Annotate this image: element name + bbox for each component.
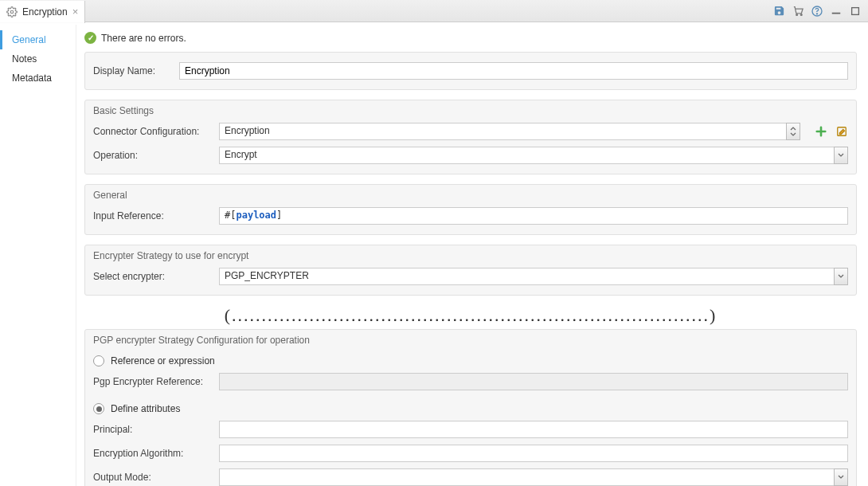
- gear-icon: [6, 6, 18, 18]
- encryption-algorithm-label: Encryption Algorithm:: [93, 448, 213, 459]
- connector-config-label: Connector Configuration:: [93, 126, 213, 137]
- radio-reference-label: Reference or expression: [111, 355, 215, 366]
- save-icon[interactable]: [772, 5, 785, 18]
- operation-select[interactable]: Encrypt: [219, 147, 835, 164]
- sidebar-item-label: Notes: [12, 53, 37, 65]
- section-title: General: [85, 185, 856, 204]
- principal-input[interactable]: [219, 421, 848, 438]
- input-ref-payload: payload: [236, 210, 276, 221]
- sidebar-item-label: Metadata: [12, 73, 52, 84]
- chevron-down-icon[interactable]: [834, 147, 848, 164]
- chevron-down-icon[interactable]: [834, 468, 848, 486]
- svg-point-2: [800, 14, 802, 16]
- sidebar-item-notes[interactable]: Notes: [0, 49, 76, 69]
- help-icon[interactable]: [811, 5, 823, 18]
- main-panel: ✓ There are no errors. Display Name: Bas…: [76, 22, 868, 486]
- output-mode-label: Output Mode:: [93, 472, 213, 483]
- editor-tab[interactable]: Encryption ×: [0, 1, 85, 23]
- operation-label: Operation:: [93, 150, 213, 161]
- sidebar-item-label: General: [12, 34, 46, 45]
- sidebar-item-general[interactable]: General: [0, 30, 76, 49]
- section-basic-settings: Basic Settings Connector Configuration: …: [84, 100, 857, 174]
- check-icon: ✓: [84, 32, 96, 44]
- principal-label: Principal:: [93, 424, 213, 435]
- section-title: Basic Settings: [85, 100, 856, 120]
- input-ref-prefix: #[: [225, 210, 236, 221]
- radio-define-row[interactable]: Define attributes: [93, 400, 848, 417]
- edit-icon[interactable]: [835, 125, 848, 138]
- svg-point-0: [10, 10, 14, 14]
- chevron-updown-icon[interactable]: [786, 123, 800, 140]
- toolbar: [772, 5, 868, 18]
- status-message: There are no errors.: [101, 33, 186, 44]
- radio-icon[interactable]: [93, 355, 104, 366]
- section-pgp-config: PGP encrypter Strategy Configuration for…: [84, 329, 857, 486]
- svg-rect-5: [832, 12, 841, 14]
- add-icon[interactable]: [815, 125, 827, 138]
- ellipsis-divider: (.......................................…: [84, 305, 857, 329]
- status-row: ✓ There are no errors.: [84, 30, 857, 52]
- close-icon[interactable]: ×: [72, 6, 79, 18]
- pgp-encrypter-reference-input: [219, 373, 848, 390]
- sidebar-item-metadata[interactable]: Metadata: [0, 69, 76, 88]
- radio-reference-row[interactable]: Reference or expression: [93, 352, 848, 370]
- svg-point-4: [816, 13, 817, 14]
- select-encrypter-select[interactable]: PGP_ENCRYPTER: [219, 268, 835, 285]
- display-name-input[interactable]: [179, 62, 848, 80]
- maximize-icon[interactable]: [849, 5, 862, 18]
- encryption-algorithm-input[interactable]: [219, 445, 848, 462]
- input-reference-input[interactable]: #[payload]: [219, 207, 848, 225]
- radio-icon[interactable]: [93, 403, 104, 414]
- radio-define-label: Define attributes: [111, 403, 180, 414]
- svg-point-1: [796, 14, 797, 16]
- svg-rect-6: [852, 7, 859, 14]
- section-title: Encrypter Strategy to use for encrypt: [85, 245, 856, 265]
- section-encrypter-strategy: Encrypter Strategy to use for encrypt Se…: [84, 245, 857, 296]
- chevron-down-icon[interactable]: [834, 268, 848, 285]
- input-ref-suffix: ]: [276, 210, 282, 221]
- tab-title: Encryption: [22, 6, 68, 18]
- display-name-label: Display Name:: [93, 65, 173, 76]
- sidebar: General Notes Metadata: [0, 22, 76, 486]
- connector-config-select[interactable]: Encryption: [219, 123, 787, 140]
- input-reference-label: Input Reference:: [93, 210, 213, 221]
- output-mode-select[interactable]: [219, 468, 835, 486]
- cart-icon[interactable]: [792, 5, 804, 18]
- select-encrypter-label: Select encrypter:: [93, 271, 213, 282]
- section-general: General Input Reference: #[payload]: [84, 184, 857, 235]
- section-display-name: Display Name:: [84, 52, 857, 90]
- pgp-encrypter-reference-label: Pgp Encrypter Reference:: [93, 376, 213, 387]
- section-title: PGP encrypter Strategy Configuration for…: [85, 330, 856, 349]
- minimize-icon[interactable]: [830, 5, 843, 18]
- title-bar: Encryption ×: [0, 0, 868, 22]
